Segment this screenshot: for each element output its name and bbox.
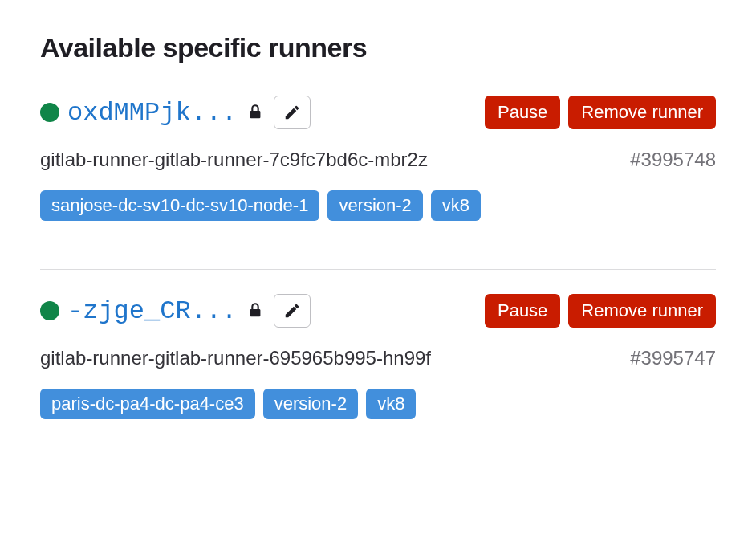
runner-token-link[interactable]: -zjge_CR... — [67, 296, 237, 326]
runner-description-row: gitlab-runner-gitlab-runner-7c9fc7bd6c-m… — [40, 149, 716, 171]
runner-item: -zjge_CR... Pause Remove runner gitlab-r… — [40, 269, 716, 443]
runner-number: #3995748 — [630, 149, 716, 171]
runner-tag[interactable]: paris-dc-pa4-dc-pa4-ce3 — [40, 389, 255, 419]
runner-item: oxdMMPjk... Pause Remove runner gitlab-r… — [40, 96, 716, 245]
status-online-icon — [40, 301, 59, 320]
runner-tag[interactable]: sanjose-dc-sv10-dc-sv10-node-1 — [40, 190, 319, 221]
runner-tag[interactable]: version-2 — [263, 389, 358, 419]
pause-button[interactable]: Pause — [485, 294, 560, 328]
runner-description-row: gitlab-runner-gitlab-runner-695965b995-h… — [40, 347, 716, 369]
runner-number: #3995747 — [630, 347, 716, 369]
status-online-icon — [40, 103, 59, 122]
runner-tags: sanjose-dc-sv10-dc-sv10-node-1version-2v… — [40, 190, 716, 221]
lock-icon — [246, 301, 264, 320]
runner-tag[interactable]: version-2 — [327, 190, 422, 221]
runner-tags: paris-dc-pa4-dc-pa4-ce3version-2vk8 — [40, 389, 716, 419]
runner-description: gitlab-runner-gitlab-runner-695965b995-h… — [40, 347, 431, 369]
svg-rect-1 — [250, 309, 261, 316]
runner-tag[interactable]: vk8 — [431, 190, 481, 221]
remove-runner-button[interactable]: Remove runner — [568, 96, 716, 129]
lock-icon — [246, 103, 264, 122]
runner-header: oxdMMPjk... Pause Remove runner — [40, 96, 716, 129]
runner-header: -zjge_CR... Pause Remove runner — [40, 294, 716, 328]
svg-rect-0 — [250, 111, 261, 118]
edit-runner-button[interactable] — [274, 294, 311, 328]
runner-token-link[interactable]: oxdMMPjk... — [67, 98, 237, 128]
edit-runner-button[interactable] — [274, 96, 311, 129]
runner-tag[interactable]: vk8 — [366, 389, 416, 419]
section-heading: Available specific runners — [40, 32, 716, 63]
remove-runner-button[interactable]: Remove runner — [568, 294, 716, 328]
runner-description: gitlab-runner-gitlab-runner-7c9fc7bd6c-m… — [40, 149, 428, 171]
pause-button[interactable]: Pause — [485, 96, 560, 129]
